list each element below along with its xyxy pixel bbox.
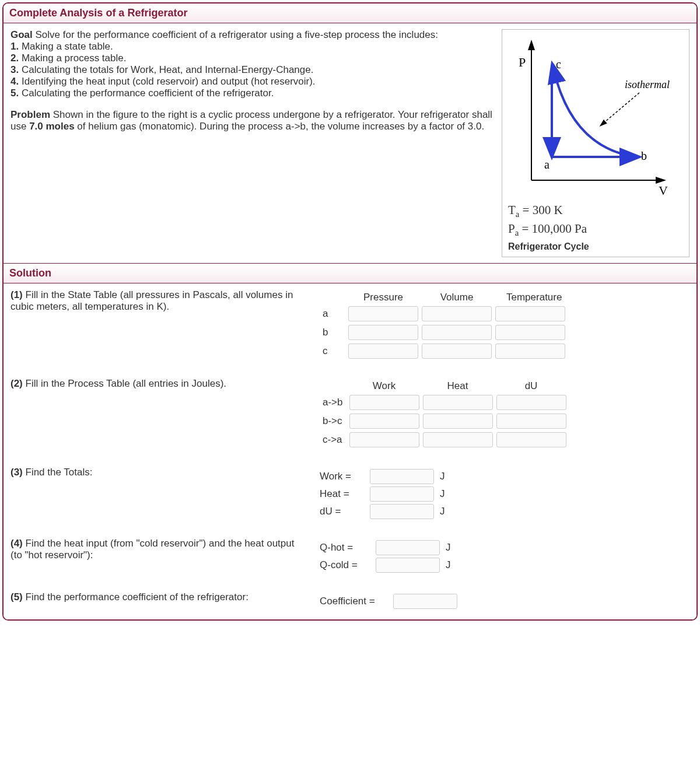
row-c: c bbox=[322, 343, 345, 359]
state-a-pressure[interactable] bbox=[348, 306, 418, 321]
problem-moles: 7.0 moles bbox=[29, 121, 75, 132]
title-header: Complete Analysis of a Refrigerator bbox=[4, 3, 696, 23]
state-c-volume[interactable] bbox=[422, 344, 492, 359]
col-work: Work bbox=[349, 380, 420, 392]
step4-text: Find the heat input (from "cold reservoi… bbox=[10, 538, 294, 561]
row-ca: c->a bbox=[322, 432, 346, 448]
total-work-label: Work = bbox=[320, 471, 366, 482]
goal-heading: Goal bbox=[10, 29, 33, 40]
process-table: Work Heat dU a->b b->c bbox=[320, 378, 569, 450]
state-b-pressure[interactable] bbox=[348, 325, 418, 340]
qhot-input[interactable] bbox=[376, 540, 440, 555]
proc-ab-work[interactable] bbox=[349, 395, 419, 410]
total-du-input[interactable] bbox=[370, 504, 434, 519]
qcold-unit: J bbox=[446, 559, 451, 571]
col-pressure: Pressure bbox=[348, 292, 419, 303]
figure-caption: Refrigerator Cycle bbox=[508, 241, 683, 252]
row-a: a bbox=[322, 306, 345, 322]
svg-line-4 bbox=[601, 93, 639, 125]
point-b-label: b bbox=[641, 149, 647, 162]
step1-label: (1) bbox=[10, 289, 23, 300]
total-heat-unit: J bbox=[440, 488, 445, 500]
col-heat: Heat bbox=[422, 380, 494, 392]
coefficient-label: Coefficient = bbox=[320, 596, 390, 607]
state-b-volume[interactable] bbox=[422, 325, 492, 340]
total-du-unit: J bbox=[440, 506, 445, 517]
solution-header: Solution bbox=[4, 264, 696, 283]
axis-p-label: P bbox=[519, 55, 526, 69]
total-heat-label: Heat = bbox=[320, 488, 366, 500]
col-volume: Volume bbox=[421, 292, 492, 303]
qcold-label: Q-cold = bbox=[320, 559, 372, 571]
row-bc: b->c bbox=[322, 413, 346, 429]
step5-label: (5) bbox=[10, 591, 23, 603]
goal-step-3: 3. Calculating the totals for Work, Heat… bbox=[10, 64, 313, 75]
point-c-label: c bbox=[556, 58, 561, 71]
step3-label: (3) bbox=[10, 467, 23, 478]
row-ab: a->b bbox=[322, 394, 346, 411]
col-du: dU bbox=[496, 380, 567, 392]
goal-step-4: 4. Identifying the heat input (cold rese… bbox=[10, 76, 316, 87]
total-du-label: dU = bbox=[320, 506, 366, 517]
goal-step-1: 1. Making a state table. bbox=[10, 41, 113, 52]
isothermal-label: isothermal bbox=[625, 79, 670, 90]
state-c-temperature[interactable] bbox=[495, 344, 565, 359]
goal-intro: Solve for the performance coefficient of… bbox=[36, 29, 438, 40]
qcold-input[interactable] bbox=[376, 558, 440, 573]
ta-equation: Ta = 300 K bbox=[508, 203, 683, 219]
proc-ab-du[interactable] bbox=[496, 395, 566, 410]
state-a-temperature[interactable] bbox=[495, 306, 565, 321]
pa-equation: Pa = 100,000 Pa bbox=[508, 222, 683, 238]
figure-box: P V isothermal a b c Ta = 300 K bbox=[502, 29, 690, 257]
step1-text: Fill in the State Table (all pressures i… bbox=[10, 289, 293, 312]
total-work-unit: J bbox=[440, 471, 445, 482]
proc-ab-heat[interactable] bbox=[423, 395, 493, 410]
step4-label: (4) bbox=[10, 538, 23, 549]
col-temperature: Temperature bbox=[495, 292, 573, 303]
state-b-temperature[interactable] bbox=[495, 325, 565, 340]
problem-text-after: of helium gas (monatomic). During the pr… bbox=[75, 121, 485, 132]
solution-section: (1) Fill in the State Table (all pressur… bbox=[4, 283, 696, 619]
point-a-label: a bbox=[544, 158, 550, 171]
goal-step-2: 2. Making a process table. bbox=[10, 52, 126, 64]
proc-bc-heat[interactable] bbox=[423, 414, 493, 429]
step2-text: Fill in the Process Table (all entries i… bbox=[23, 378, 226, 389]
total-heat-input[interactable] bbox=[370, 486, 434, 502]
step2-label: (2) bbox=[10, 378, 23, 389]
axis-v-label: V bbox=[659, 183, 668, 198]
state-table: Pressure Volume Temperature a b bbox=[320, 289, 576, 362]
state-a-volume[interactable] bbox=[422, 306, 492, 321]
proc-ca-heat[interactable] bbox=[423, 432, 493, 447]
step3-text: Find the Totals: bbox=[23, 467, 93, 478]
qhot-unit: J bbox=[446, 542, 451, 554]
state-c-pressure[interactable] bbox=[348, 344, 418, 359]
coefficient-input[interactable] bbox=[393, 594, 457, 609]
problem-heading: Problem bbox=[10, 109, 50, 120]
problem-section: Goal Solve for the performance coefficie… bbox=[4, 23, 696, 263]
proc-ca-du[interactable] bbox=[496, 432, 566, 447]
qhot-label: Q-hot = bbox=[320, 542, 372, 554]
goal-step-5: 5. Calculating the performance coefficie… bbox=[10, 87, 274, 99]
total-work-input[interactable] bbox=[370, 469, 434, 484]
page-container: Complete Analysis of a Refrigerator Goal… bbox=[2, 2, 698, 621]
proc-bc-du[interactable] bbox=[496, 414, 566, 429]
row-b: b bbox=[322, 324, 345, 341]
proc-bc-work[interactable] bbox=[349, 414, 419, 429]
pv-diagram: P V isothermal a b c bbox=[508, 34, 671, 198]
proc-ca-work[interactable] bbox=[349, 432, 419, 447]
step5-text: Find the performance coefficient of the … bbox=[23, 591, 249, 603]
